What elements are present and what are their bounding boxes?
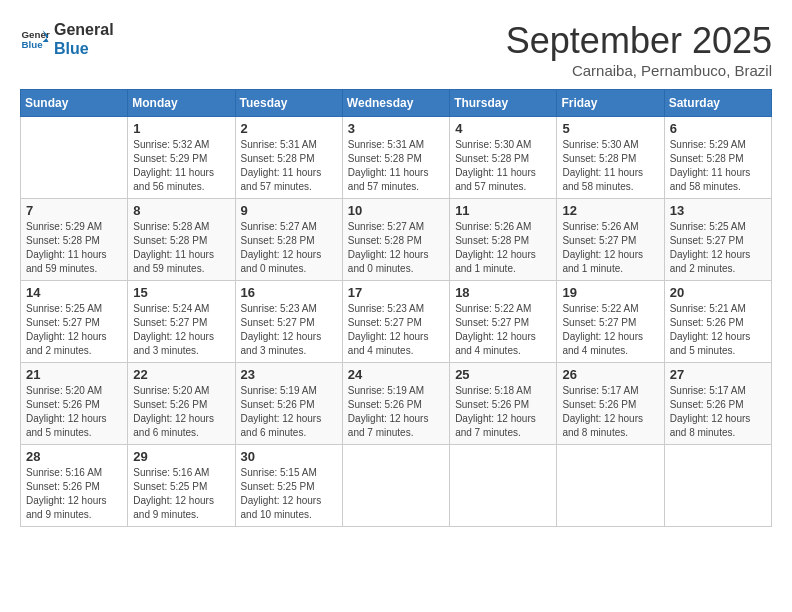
calendar-cell: 7Sunrise: 5:29 AMSunset: 5:28 PMDaylight… bbox=[21, 199, 128, 281]
calendar-cell: 17Sunrise: 5:23 AMSunset: 5:27 PMDayligh… bbox=[342, 281, 449, 363]
week-row-3: 14Sunrise: 5:25 AMSunset: 5:27 PMDayligh… bbox=[21, 281, 772, 363]
day-number: 5 bbox=[562, 121, 658, 136]
header-sunday: Sunday bbox=[21, 90, 128, 117]
day-info: Sunrise: 5:28 AMSunset: 5:28 PMDaylight:… bbox=[133, 220, 229, 276]
day-info: Sunrise: 5:30 AMSunset: 5:28 PMDaylight:… bbox=[455, 138, 551, 194]
calendar-body: 1Sunrise: 5:32 AMSunset: 5:29 PMDaylight… bbox=[21, 117, 772, 527]
day-number: 1 bbox=[133, 121, 229, 136]
day-info: Sunrise: 5:21 AMSunset: 5:26 PMDaylight:… bbox=[670, 302, 766, 358]
day-number: 4 bbox=[455, 121, 551, 136]
day-info: Sunrise: 5:32 AMSunset: 5:29 PMDaylight:… bbox=[133, 138, 229, 194]
header-thursday: Thursday bbox=[450, 90, 557, 117]
calendar-cell: 13Sunrise: 5:25 AMSunset: 5:27 PMDayligh… bbox=[664, 199, 771, 281]
day-number: 10 bbox=[348, 203, 444, 218]
day-info: Sunrise: 5:30 AMSunset: 5:28 PMDaylight:… bbox=[562, 138, 658, 194]
calendar-cell bbox=[557, 445, 664, 527]
header-saturday: Saturday bbox=[664, 90, 771, 117]
calendar-cell: 24Sunrise: 5:19 AMSunset: 5:26 PMDayligh… bbox=[342, 363, 449, 445]
calendar-cell: 19Sunrise: 5:22 AMSunset: 5:27 PMDayligh… bbox=[557, 281, 664, 363]
calendar-cell: 30Sunrise: 5:15 AMSunset: 5:25 PMDayligh… bbox=[235, 445, 342, 527]
day-number: 25 bbox=[455, 367, 551, 382]
day-info: Sunrise: 5:26 AMSunset: 5:27 PMDaylight:… bbox=[562, 220, 658, 276]
day-number: 2 bbox=[241, 121, 337, 136]
day-number: 13 bbox=[670, 203, 766, 218]
calendar-cell: 25Sunrise: 5:18 AMSunset: 5:26 PMDayligh… bbox=[450, 363, 557, 445]
week-row-5: 28Sunrise: 5:16 AMSunset: 5:26 PMDayligh… bbox=[21, 445, 772, 527]
day-info: Sunrise: 5:23 AMSunset: 5:27 PMDaylight:… bbox=[348, 302, 444, 358]
day-number: 20 bbox=[670, 285, 766, 300]
week-row-2: 7Sunrise: 5:29 AMSunset: 5:28 PMDaylight… bbox=[21, 199, 772, 281]
calendar-header: SundayMondayTuesdayWednesdayThursdayFrid… bbox=[21, 90, 772, 117]
day-number: 3 bbox=[348, 121, 444, 136]
calendar-cell: 20Sunrise: 5:21 AMSunset: 5:26 PMDayligh… bbox=[664, 281, 771, 363]
calendar-cell: 5Sunrise: 5:30 AMSunset: 5:28 PMDaylight… bbox=[557, 117, 664, 199]
calendar-cell: 1Sunrise: 5:32 AMSunset: 5:29 PMDaylight… bbox=[128, 117, 235, 199]
calendar-cell: 10Sunrise: 5:27 AMSunset: 5:28 PMDayligh… bbox=[342, 199, 449, 281]
day-number: 22 bbox=[133, 367, 229, 382]
calendar-cell: 26Sunrise: 5:17 AMSunset: 5:26 PMDayligh… bbox=[557, 363, 664, 445]
calendar-cell: 29Sunrise: 5:16 AMSunset: 5:25 PMDayligh… bbox=[128, 445, 235, 527]
calendar-cell: 8Sunrise: 5:28 AMSunset: 5:28 PMDaylight… bbox=[128, 199, 235, 281]
svg-text:Blue: Blue bbox=[22, 39, 44, 50]
day-info: Sunrise: 5:15 AMSunset: 5:25 PMDaylight:… bbox=[241, 466, 337, 522]
calendar-cell: 14Sunrise: 5:25 AMSunset: 5:27 PMDayligh… bbox=[21, 281, 128, 363]
header-wednesday: Wednesday bbox=[342, 90, 449, 117]
calendar-cell: 22Sunrise: 5:20 AMSunset: 5:26 PMDayligh… bbox=[128, 363, 235, 445]
calendar-cell: 27Sunrise: 5:17 AMSunset: 5:26 PMDayligh… bbox=[664, 363, 771, 445]
logo-blue: Blue bbox=[54, 39, 114, 58]
day-info: Sunrise: 5:19 AMSunset: 5:26 PMDaylight:… bbox=[241, 384, 337, 440]
calendar-cell: 28Sunrise: 5:16 AMSunset: 5:26 PMDayligh… bbox=[21, 445, 128, 527]
logo-icon: General Blue bbox=[20, 24, 50, 54]
day-number: 12 bbox=[562, 203, 658, 218]
day-info: Sunrise: 5:24 AMSunset: 5:27 PMDaylight:… bbox=[133, 302, 229, 358]
day-number: 18 bbox=[455, 285, 551, 300]
day-number: 16 bbox=[241, 285, 337, 300]
day-info: Sunrise: 5:20 AMSunset: 5:26 PMDaylight:… bbox=[26, 384, 122, 440]
day-info: Sunrise: 5:25 AMSunset: 5:27 PMDaylight:… bbox=[670, 220, 766, 276]
calendar-cell: 6Sunrise: 5:29 AMSunset: 5:28 PMDaylight… bbox=[664, 117, 771, 199]
calendar-cell: 9Sunrise: 5:27 AMSunset: 5:28 PMDaylight… bbox=[235, 199, 342, 281]
day-info: Sunrise: 5:22 AMSunset: 5:27 PMDaylight:… bbox=[562, 302, 658, 358]
calendar-cell bbox=[342, 445, 449, 527]
calendar-cell: 23Sunrise: 5:19 AMSunset: 5:26 PMDayligh… bbox=[235, 363, 342, 445]
day-info: Sunrise: 5:20 AMSunset: 5:26 PMDaylight:… bbox=[133, 384, 229, 440]
day-number: 28 bbox=[26, 449, 122, 464]
day-number: 14 bbox=[26, 285, 122, 300]
day-number: 7 bbox=[26, 203, 122, 218]
calendar-cell: 12Sunrise: 5:26 AMSunset: 5:27 PMDayligh… bbox=[557, 199, 664, 281]
week-row-4: 21Sunrise: 5:20 AMSunset: 5:26 PMDayligh… bbox=[21, 363, 772, 445]
header-tuesday: Tuesday bbox=[235, 90, 342, 117]
calendar-cell: 11Sunrise: 5:26 AMSunset: 5:28 PMDayligh… bbox=[450, 199, 557, 281]
day-info: Sunrise: 5:27 AMSunset: 5:28 PMDaylight:… bbox=[348, 220, 444, 276]
title-block: September 2025 Carnaiba, Pernambuco, Bra… bbox=[506, 20, 772, 79]
header-friday: Friday bbox=[557, 90, 664, 117]
page-header: General Blue General Blue September 2025… bbox=[20, 20, 772, 79]
day-info: Sunrise: 5:19 AMSunset: 5:26 PMDaylight:… bbox=[348, 384, 444, 440]
calendar-cell: 4Sunrise: 5:30 AMSunset: 5:28 PMDaylight… bbox=[450, 117, 557, 199]
day-number: 9 bbox=[241, 203, 337, 218]
day-info: Sunrise: 5:23 AMSunset: 5:27 PMDaylight:… bbox=[241, 302, 337, 358]
day-info: Sunrise: 5:25 AMSunset: 5:27 PMDaylight:… bbox=[26, 302, 122, 358]
header-monday: Monday bbox=[128, 90, 235, 117]
calendar-cell bbox=[450, 445, 557, 527]
day-info: Sunrise: 5:29 AMSunset: 5:28 PMDaylight:… bbox=[670, 138, 766, 194]
day-info: Sunrise: 5:17 AMSunset: 5:26 PMDaylight:… bbox=[562, 384, 658, 440]
day-number: 21 bbox=[26, 367, 122, 382]
day-info: Sunrise: 5:31 AMSunset: 5:28 PMDaylight:… bbox=[348, 138, 444, 194]
logo-general: General bbox=[54, 20, 114, 39]
week-row-1: 1Sunrise: 5:32 AMSunset: 5:29 PMDaylight… bbox=[21, 117, 772, 199]
day-number: 29 bbox=[133, 449, 229, 464]
day-number: 27 bbox=[670, 367, 766, 382]
day-number: 26 bbox=[562, 367, 658, 382]
day-number: 24 bbox=[348, 367, 444, 382]
day-info: Sunrise: 5:29 AMSunset: 5:28 PMDaylight:… bbox=[26, 220, 122, 276]
day-number: 15 bbox=[133, 285, 229, 300]
day-number: 6 bbox=[670, 121, 766, 136]
calendar-cell: 15Sunrise: 5:24 AMSunset: 5:27 PMDayligh… bbox=[128, 281, 235, 363]
header-row: SundayMondayTuesdayWednesdayThursdayFrid… bbox=[21, 90, 772, 117]
calendar-cell bbox=[21, 117, 128, 199]
calendar-cell: 21Sunrise: 5:20 AMSunset: 5:26 PMDayligh… bbox=[21, 363, 128, 445]
day-number: 19 bbox=[562, 285, 658, 300]
calendar-cell: 2Sunrise: 5:31 AMSunset: 5:28 PMDaylight… bbox=[235, 117, 342, 199]
calendar-table: SundayMondayTuesdayWednesdayThursdayFrid… bbox=[20, 89, 772, 527]
